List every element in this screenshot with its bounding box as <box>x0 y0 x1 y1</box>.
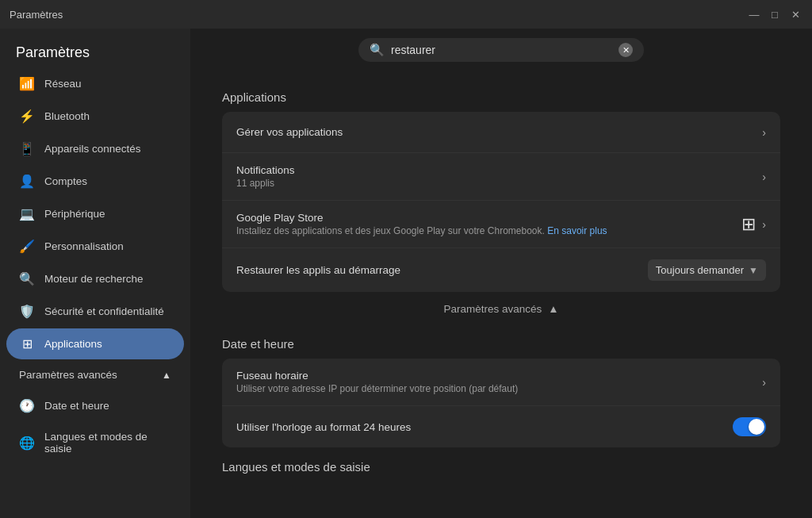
sidebar-item-comptes[interactable]: 👤 Comptes <box>6 166 184 197</box>
row-fuseau-title: Fuseau horaire <box>236 370 762 382</box>
row-gerer-right: › <box>762 126 766 139</box>
expand-icon: ▲ <box>162 370 171 381</box>
sidebar-item-peripherique[interactable]: 💻 Périphérique <box>6 198 184 229</box>
advanced-toggle-icon: ▲ <box>548 303 558 315</box>
search-sidebar-icon: 🔍 <box>19 271 35 286</box>
person-icon: 👤 <box>19 174 35 189</box>
sidebar-item-personnalisation[interactable]: 🖌️ Personnalisation <box>6 231 184 262</box>
sidebar-label-appareils: Appareils connectés <box>44 143 141 155</box>
row-restaurer[interactable]: Restaurer les applis au démarrage Toujou… <box>222 248 780 292</box>
row-restaurer-content: Restaurer les applis au démarrage <box>236 264 648 276</box>
advanced-toggle-label: Paramètres avancés <box>443 303 542 315</box>
section-title-date-heure: Date et heure <box>222 337 780 351</box>
row-gerer-content: Gérer vos applications <box>236 126 762 138</box>
app-container: Paramètres 📶 Réseau ⚡ Bluetooth 📱 Appare… <box>0 29 812 518</box>
phone-icon: 📱 <box>19 141 35 156</box>
date-heure-card: Fuseau horaire Utiliser votre adresse IP… <box>222 359 780 447</box>
shield-icon: 🛡️ <box>19 304 35 319</box>
row-gerer-title: Gérer vos applications <box>236 126 762 138</box>
sidebar-item-reseau[interactable]: 📶 Réseau <box>6 68 184 99</box>
restaurer-dropdown[interactable]: Toujours demander ▼ <box>648 259 766 281</box>
row-horloge24[interactable]: Utiliser l'horloge au format 24 heures <box>222 406 780 447</box>
chevron-right-icon-2: › <box>762 171 766 183</box>
search-box: 🔍 ✕ <box>358 38 644 62</box>
sidebar-header: Paramètres <box>0 35 190 67</box>
row-google-play-title: Google Play Store <box>236 212 741 224</box>
apps-icon: ⊞ <box>19 336 35 351</box>
sidebar: Paramètres 📶 Réseau ⚡ Bluetooth 📱 Appare… <box>0 29 190 518</box>
search-input[interactable] <box>391 44 612 56</box>
wifi-icon: 📶 <box>19 76 35 91</box>
section-title-applications: Applications <box>222 90 780 104</box>
content-scroll: Applications Gérer vos applications › No… <box>190 71 812 518</box>
google-play-link[interactable]: En savoir plus <box>547 225 607 236</box>
sidebar-item-bluetooth[interactable]: ⚡ Bluetooth <box>6 101 184 132</box>
main-content: 🔍 ✕ Applications Gérer vos applications … <box>190 29 812 518</box>
sidebar-label-bluetooth: Bluetooth <box>44 110 90 122</box>
search-icon: 🔍 <box>370 43 385 57</box>
row-restaurer-title: Restaurer les applis au démarrage <box>236 264 648 276</box>
row-google-play-subtitle: Installez des applications et des jeux G… <box>236 225 741 236</box>
sidebar-advanced-toggle[interactable]: Paramètres avancés ▲ <box>6 361 184 389</box>
row-gerer[interactable]: Gérer vos applications › <box>222 112 780 153</box>
bluetooth-icon: ⚡ <box>19 109 35 124</box>
row-restaurer-right: Toujours demander ▼ <box>648 259 766 281</box>
row-google-play-right: ⊞ › <box>741 214 766 235</box>
google-play-icon: ⊞ <box>741 214 756 235</box>
row-notifications-content: Notifications 11 applis <box>236 164 762 189</box>
sidebar-item-moteur[interactable]: 🔍 Moteur de recherche <box>6 263 184 294</box>
row-notifications-title: Notifications <box>236 164 762 176</box>
google-play-subtitle-text: Installez des applications et des jeux G… <box>236 225 545 236</box>
sidebar-label-langues: Langues et modes de saisie <box>44 431 171 455</box>
row-notifications-subtitle: 11 applis <box>236 178 762 189</box>
window-controls: — □ ✕ <box>747 7 802 21</box>
row-fuseau[interactable]: Fuseau horaire Utiliser votre adresse IP… <box>222 359 780 406</box>
sidebar-label-peripherique: Périphérique <box>44 208 105 220</box>
clock-icon: 🕐 <box>19 398 35 413</box>
row-horloge24-content: Utiliser l'horloge au format 24 heures <box>236 421 733 433</box>
toggle-knob <box>749 419 764 435</box>
advanced-params-toggle[interactable]: Paramètres avancés ▲ <box>222 294 780 324</box>
sidebar-label-personnalisation: Personnalisation <box>44 240 124 252</box>
sidebar-item-securite[interactable]: 🛡️ Sécurité et confidentialité <box>6 296 184 327</box>
top-bar: 🔍 ✕ <box>190 29 812 71</box>
sidebar-label-date-heure: Date et heure <box>44 400 109 412</box>
sidebar-label-moteur: Moteur de recherche <box>44 273 144 285</box>
sidebar-advanced-label: Paramètres avancés <box>19 369 117 381</box>
horloge24-toggle[interactable] <box>733 417 766 436</box>
sidebar-item-langues[interactable]: 🌐 Langues et modes de saisie <box>6 423 184 462</box>
dropdown-value: Toujours demander <box>656 264 744 276</box>
laptop-icon: 💻 <box>19 206 35 221</box>
dropdown-arrow-icon: ▼ <box>749 265 758 276</box>
minimize-button[interactable]: — <box>747 7 761 21</box>
title-bar: Paramètres — □ ✕ <box>0 0 812 29</box>
globe-icon: 🌐 <box>19 436 35 451</box>
row-fuseau-right: › <box>762 376 766 389</box>
section-title-langues: Langues et modes de saisie <box>222 460 780 474</box>
sidebar-label-applications: Applications <box>44 338 102 350</box>
brush-icon: 🖌️ <box>19 239 35 254</box>
row-google-play-content: Google Play Store Installez des applicat… <box>236 212 741 236</box>
applications-card: Gérer vos applications › Notifications 1… <box>222 112 780 292</box>
row-fuseau-subtitle: Utiliser votre adresse IP pour détermine… <box>236 383 762 394</box>
sidebar-item-date-heure[interactable]: 🕐 Date et heure <box>6 390 184 421</box>
row-horloge24-right <box>733 417 766 436</box>
maximize-button[interactable]: □ <box>768 7 782 21</box>
sidebar-label-reseau: Réseau <box>44 78 82 90</box>
sidebar-label-securite: Sécurité et confidentialité <box>44 305 164 317</box>
chevron-right-icon-4: › <box>762 376 766 389</box>
sidebar-item-applications[interactable]: ⊞ Applications <box>6 328 184 359</box>
row-notifications[interactable]: Notifications 11 applis › <box>222 153 780 201</box>
row-notifications-right: › <box>762 171 766 183</box>
chevron-right-icon: › <box>762 126 766 139</box>
chevron-right-icon-3: › <box>762 218 766 231</box>
row-google-play[interactable]: Google Play Store Installez des applicat… <box>222 201 780 248</box>
sidebar-label-comptes: Comptes <box>44 175 87 187</box>
window-title: Paramètres <box>10 9 63 21</box>
row-horloge24-title: Utiliser l'horloge au format 24 heures <box>236 421 733 433</box>
search-clear-button[interactable]: ✕ <box>619 43 633 57</box>
row-fuseau-content: Fuseau horaire Utiliser votre adresse IP… <box>236 370 762 394</box>
sidebar-item-appareils[interactable]: 📱 Appareils connectés <box>6 133 184 164</box>
close-button[interactable]: ✕ <box>788 7 802 21</box>
